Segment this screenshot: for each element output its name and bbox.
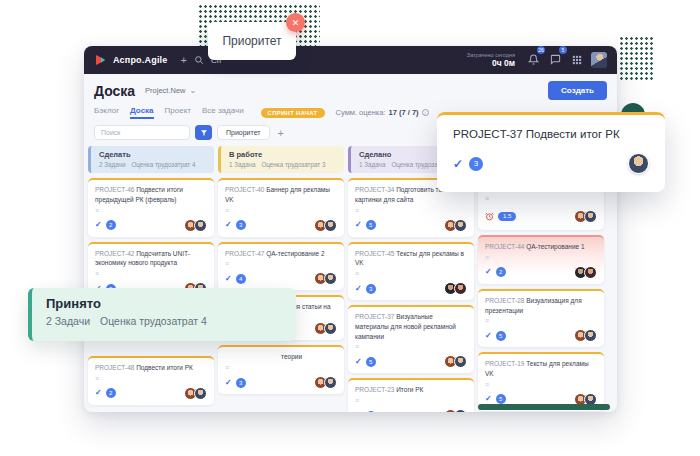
assignee-avatars — [444, 282, 467, 295]
horizontal-scrollbar[interactable] — [478, 404, 610, 410]
avatar — [324, 272, 337, 285]
filter-chip-priority[interactable]: Приоритет — [217, 125, 270, 140]
task-card[interactable]: PROJECT-40 Баннер для рекламы VK ≡ ✓3 — [218, 178, 344, 237]
top-navbar: Аспро.Agile + Сп Затрачено сегодня 0ч 0м… — [84, 46, 617, 74]
estimate-badge: 2 — [106, 220, 116, 230]
bell-icon — [528, 51, 539, 69]
task-id: PROJECT-45 — [355, 250, 394, 257]
user-avatar[interactable] — [591, 52, 607, 68]
tab-project[interactable]: Проект — [165, 106, 191, 119]
check-icon: ✓ — [95, 221, 102, 229]
add-filter-icon[interactable]: + — [278, 127, 284, 139]
estimate-badge: 5 — [496, 394, 506, 404]
filter-button[interactable] — [195, 125, 212, 140]
description-icon: ≡ — [225, 364, 337, 371]
estimate-badge: 5 — [366, 220, 376, 230]
assignee-avatars — [574, 329, 597, 342]
description-icon: ≡ — [95, 207, 207, 214]
kanban-column-in-progress: В работе 1 ЗадачаОценка трудозатрат 3 PR… — [218, 146, 344, 399]
search-icon[interactable] — [194, 55, 204, 65]
assignee-avatars — [314, 219, 337, 232]
task-title: Подвести итоги РК — [136, 364, 193, 371]
estimate-badge: 2 — [496, 267, 506, 277]
estimate-badge: 5 — [366, 357, 376, 367]
assignee-avatars — [314, 376, 337, 389]
assignee-avatars — [574, 210, 597, 223]
notifications-badge: 26 — [537, 46, 545, 54]
deadline-clock-icon — [485, 207, 494, 225]
description-icon: ≡ — [355, 343, 467, 350]
apps-grid-icon[interactable] — [570, 53, 584, 67]
notifications-button[interactable]: 26 — [526, 49, 541, 71]
task-card[interactable]: PROJECT-37 Визуальные материалы для ново… — [348, 305, 474, 373]
page-title: Доска — [94, 83, 135, 99]
tab-all-tasks[interactable]: Все задачи — [202, 106, 244, 119]
description-icon: ≡ — [355, 270, 467, 277]
check-icon: ✓ — [355, 221, 362, 229]
task-card[interactable]: теории ≡ ✓3 — [218, 345, 344, 394]
task-card[interactable]: PROJECT-23 Итоги РК ≡ ✓5 — [348, 378, 474, 412]
summary-label: Сумм. оценка: — [336, 108, 386, 117]
close-icon[interactable]: ✕ — [286, 13, 305, 32]
estimate-badge: 5 — [366, 411, 376, 413]
decor-dots-right — [619, 36, 655, 82]
task-card[interactable]: PROJECT-45 Тексты для рекламы в VK ≡ ✓3 — [348, 242, 474, 301]
assignee-avatars — [444, 409, 467, 412]
task-card[interactable]: PROJECT-48 Подвести итоги РК ≡ ✓2 — [88, 356, 214, 405]
funnel-icon — [200, 125, 208, 140]
assignee-avatars — [184, 219, 207, 232]
task-id: PROJECT-37 — [355, 313, 394, 320]
tab-board[interactable]: Доска — [130, 106, 153, 119]
task-card[interactable]: PROJECT-46 Подвести итоги предыдущей РК … — [88, 178, 214, 237]
summary-value: 17 (7 / 7) — [389, 108, 419, 117]
description-icon: ≡ — [485, 317, 597, 324]
kanban-column-todo: Сделать 2 ЗадачиОценка трудозатрат 4 PRO… — [88, 146, 214, 410]
time-tracker: Затрачено сегодня 0ч 0м — [467, 52, 515, 68]
avatar — [454, 409, 467, 412]
avatar — [454, 355, 467, 368]
task-id: PROJECT-28 — [485, 297, 524, 304]
tab-backlog[interactable]: Бэклог — [94, 106, 119, 119]
task-id: PROJECT-23 — [355, 386, 394, 393]
task-card[interactable]: PROJECT-19 Тексты для рекламы VK ≡ ✓5 — [478, 352, 604, 411]
check-icon: ✓ — [225, 221, 232, 229]
search-input[interactable] — [94, 125, 190, 140]
avatar — [324, 322, 337, 335]
accepted-column-callout: Принято 2 Задачи Оценка трудозатрат 4 — [28, 288, 296, 341]
check-icon: ✓ — [355, 358, 362, 366]
accepted-task-count: 2 Задачи — [46, 315, 90, 327]
estimate-badge: 3 — [469, 157, 483, 171]
task-card[interactable]: PROJECT-28 Визуализация для презентации … — [478, 289, 604, 348]
assignee-avatars — [444, 355, 467, 368]
check-icon: ✓ — [453, 157, 463, 171]
messages-button[interactable]: 5 — [548, 49, 563, 71]
create-button[interactable]: Создать — [548, 81, 607, 100]
task-popup-title: PROJECT-37 Подвести итог РК — [453, 128, 649, 140]
project-select[interactable]: Project.New ⌄ — [145, 86, 196, 95]
check-icon: ✓ — [355, 285, 362, 293]
description-icon: ≡ — [355, 207, 467, 214]
avatar — [324, 376, 337, 389]
column-header: Сделать 2 ЗадачиОценка трудозатрат 4 — [88, 146, 214, 173]
assignee-avatars — [314, 322, 337, 335]
description-icon: ≡ — [355, 397, 467, 404]
info-icon[interactable]: i — [422, 109, 429, 116]
task-popup-card[interactable]: PROJECT-37 Подвести итог РК ✓ 3 — [437, 112, 665, 192]
project-select-value: Project.New — [145, 86, 185, 95]
estimate-badge: 5 — [496, 331, 506, 341]
estimate-badge: 3 — [366, 284, 376, 294]
task-id: PROJECT-47 — [225, 250, 264, 257]
accepted-estimate: Оценка трудозатрат 4 — [100, 315, 207, 327]
title-row: Доска Project.New ⌄ Создать — [84, 74, 617, 103]
avatar — [584, 266, 597, 279]
app-logo-icon — [94, 54, 106, 66]
add-icon[interactable]: + — [181, 55, 187, 66]
column-estimate: Оценка трудозатрат 3 — [261, 161, 325, 168]
task-title: QA-тестирование 1 — [526, 243, 584, 250]
task-title: Итоги РК — [396, 386, 423, 393]
task-card-highlighted[interactable]: PROJECT-44 QA-тестирование 1 ≡ ✓2 — [478, 235, 604, 284]
priority-tooltip-label: Приоритет — [222, 34, 281, 48]
task-card[interactable]: PROJECT-47 QA-тестирование 2 ≡ ✓4 — [218, 242, 344, 291]
assignee-avatars — [444, 219, 467, 232]
assignee-avatars — [184, 387, 207, 400]
